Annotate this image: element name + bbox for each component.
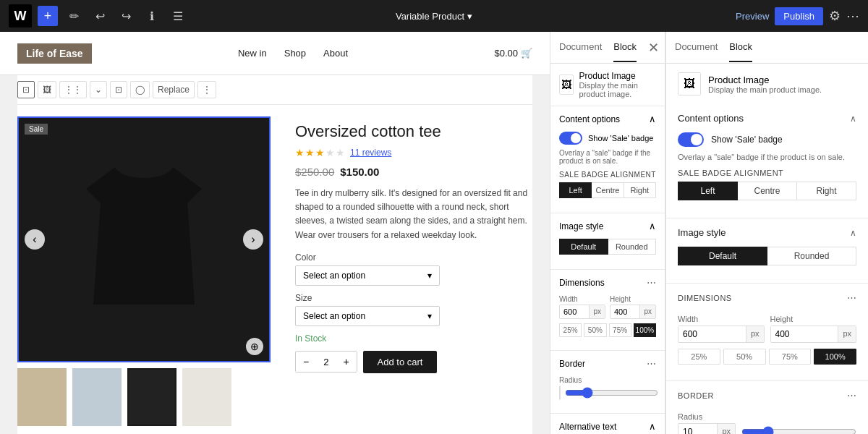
image-next-button[interactable]: › [243, 229, 263, 250]
mp-style-rounded-button[interactable]: Rounded [608, 239, 657, 255]
rp-width-input[interactable] [678, 326, 746, 342]
color-select[interactable]: Select an option ▾ [295, 265, 440, 286]
thumbnail-3[interactable] [127, 368, 176, 426]
size-select-chevron-icon: ▾ [427, 311, 432, 321]
block-tool-circle[interactable]: ◯ [130, 81, 150, 98]
size-select[interactable]: Select an option ▾ [295, 306, 440, 326]
rp-border-body: Radius px [666, 407, 868, 434]
pencil-button[interactable]: ✏ [64, 6, 84, 26]
mp-image-desc: Display the main product image. [579, 81, 656, 98]
preview-button[interactable]: Preview [736, 11, 769, 22]
settings-button[interactable]: ⚙ [829, 8, 841, 24]
mp-radius-input[interactable] [560, 386, 561, 399]
rp-content-options-title: Content options [678, 113, 744, 124]
thumbnail-4[interactable] [182, 368, 231, 426]
mp-sale-badge-toggle[interactable] [559, 132, 582, 145]
rp-radius-label: Radius [678, 412, 856, 421]
rp-height-field: Height px [770, 315, 857, 343]
mp-height-unit: px [639, 305, 655, 318]
rp-sale-badge-toggle[interactable] [678, 132, 704, 147]
add-block-button[interactable]: + [38, 6, 58, 26]
mp-preset-100[interactable]: 100% [634, 323, 656, 337]
rp-align-right-button[interactable]: Right [797, 182, 856, 200]
main-layout: Life of Ease New in Shop About $0.00 🛒 ⊡… [0, 32, 868, 434]
list-view-button[interactable]: ☰ [168, 6, 188, 26]
block-tool-grid[interactable]: ⋮⋮ [59, 81, 87, 98]
mp-border-dots[interactable]: ⋯ [647, 358, 656, 369]
rp-radius-input[interactable] [678, 424, 717, 434]
info-button[interactable]: ℹ [142, 6, 162, 26]
block-tool-crop[interactable]: ⊡ [110, 81, 127, 98]
rp-style-default-button[interactable]: Default [678, 247, 767, 265]
rp-image-style-header[interactable]: Image style ∧ [666, 218, 868, 247]
rp-tab-block[interactable]: Block [729, 33, 752, 62]
rp-image-label: Product Image [708, 75, 822, 85]
qty-decrease-button[interactable]: − [296, 352, 316, 372]
rp-radius-slider[interactable] [741, 426, 856, 434]
rp-tab-document[interactable]: Document [675, 33, 718, 62]
mp-radius-slider[interactable] [565, 387, 658, 399]
options-button[interactable]: ⋯ [846, 8, 859, 24]
rp-height-input[interactable] [771, 326, 838, 342]
mp-tab-document[interactable]: Document [559, 33, 602, 62]
block-tool-chevron[interactable]: ⌄ [90, 81, 107, 98]
mp-preset-25[interactable]: 25% [559, 323, 582, 337]
publish-button[interactable]: Publish [775, 7, 823, 25]
mp-dimensions-dots[interactable]: ⋯ [647, 277, 656, 288]
rp-style-rounded-button[interactable]: Rounded [767, 247, 856, 265]
grid-icon: ⋮⋮ [64, 85, 82, 95]
mp-sale-alignment-label: SALE BADGE ALIGNMENT [559, 171, 656, 179]
rp-dimensions-section: Dimensions ⋯ Width px Height [666, 284, 868, 381]
mp-alt-text-header[interactable]: Alternative text ∧ [550, 414, 665, 434]
right-panel: Document Block 🖼 Product Image Display t… [665, 32, 868, 434]
zoom-button[interactable]: ⊕ [246, 338, 263, 355]
block-tool-image[interactable]: 🖼 [38, 81, 56, 98]
rp-content-options-header[interactable]: Content options ∧ [666, 104, 868, 132]
qty-increase-button[interactable]: + [336, 352, 356, 372]
product-type-selector[interactable]: Variable Product ▾ [396, 11, 472, 22]
mp-tab-block[interactable]: Block [613, 33, 637, 62]
thumbnail-1[interactable] [17, 368, 67, 426]
rp-radius-unit: px [717, 424, 735, 434]
add-to-cart-button[interactable]: Add to cart [363, 351, 438, 373]
mp-style-default-button[interactable]: Default [559, 239, 608, 255]
mp-align-centre-button[interactable]: Centre [592, 182, 624, 198]
toolbar-right: Preview Publish ⚙ ⋯ [736, 7, 859, 25]
rp-preset-100[interactable]: 100% [814, 349, 856, 365]
mp-width-wrap: px [559, 305, 605, 319]
block-tool-more[interactable]: ⋮ [197, 81, 216, 98]
thumbnail-row [17, 368, 278, 426]
rp-align-left-button[interactable]: Left [678, 182, 738, 200]
wp-logo-icon[interactable]: W [9, 4, 32, 27]
mp-preset-75[interactable]: 75% [609, 323, 631, 337]
block-tool-frame[interactable]: ⊡ [17, 81, 35, 98]
rp-preset-25[interactable]: 25% [678, 349, 720, 365]
mp-content-options-section: Content options ∧ Show 'Sale' badge Over… [550, 106, 665, 213]
rp-preset-50[interactable]: 50% [723, 349, 766, 365]
image-prev-button[interactable]: ‹ [25, 229, 45, 250]
mp-align-right-button[interactable]: Right [624, 182, 656, 198]
reviews-link[interactable]: 11 reviews [350, 148, 391, 158]
rp-alignment-label: SALE BADGE ALIGNMENT [678, 169, 856, 177]
rp-preset-75[interactable]: 75% [769, 349, 812, 365]
rp-align-centre-button[interactable]: Centre [738, 182, 797, 200]
nav-item-new-in[interactable]: New in [238, 48, 267, 59]
cart-widget[interactable]: $0.00 🛒 [494, 48, 532, 59]
mp-align-left-button[interactable]: Left [559, 182, 592, 198]
mp-preset-50[interactable]: 50% [584, 323, 606, 337]
mp-content-options-header[interactable]: Content options ∧ [550, 106, 665, 132]
rp-width-unit: px [746, 326, 764, 342]
mp-width-input[interactable] [560, 305, 589, 318]
mp-height-input[interactable] [610, 305, 639, 318]
nav-item-shop[interactable]: Shop [284, 48, 306, 59]
nav-item-about[interactable]: About [323, 48, 348, 59]
mp-close-button[interactable]: ✕ [648, 40, 659, 56]
mp-alt-text-title: Alternative text [559, 422, 616, 432]
mp-image-style-header[interactable]: Image style ∧ [550, 213, 665, 239]
replace-button[interactable]: Replace [153, 81, 195, 98]
rp-border-dots[interactable]: ⋯ [847, 390, 856, 401]
thumbnail-2[interactable] [72, 368, 122, 426]
undo-button[interactable]: ↩ [90, 6, 110, 26]
rp-dimensions-dots[interactable]: ⋯ [847, 292, 856, 303]
redo-button[interactable]: ↪ [116, 6, 136, 26]
